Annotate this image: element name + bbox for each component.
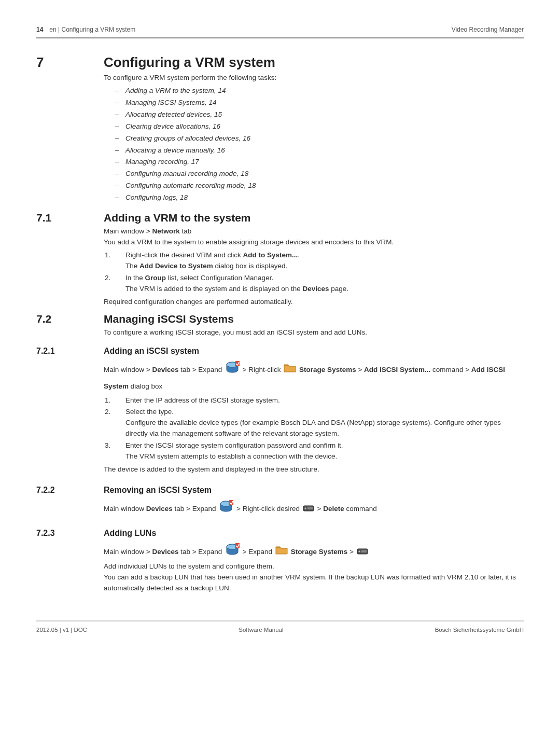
section-number: 7.2: [36, 313, 104, 338]
nav-path: Main window > Network tab: [104, 226, 524, 237]
body-text: You add a VRM to the system to enable as…: [104, 237, 524, 248]
chapter-title: Configuring a VRM system: [104, 54, 524, 71]
list-item: In the Group list, select Configuration …: [104, 273, 524, 295]
section-title: Managing iSCSI Systems: [104, 313, 524, 325]
svg-rect-8: [307, 507, 313, 509]
body-text: To configure a working iSCSI storage, yo…: [104, 327, 524, 338]
task-item: Configuring logs, 18: [104, 192, 524, 203]
body-text: The device is added to the system and di…: [104, 464, 524, 475]
subsection-number: 7.2.2: [36, 486, 104, 518]
chapter-intro: To configure a VRM system perform the fo…: [104, 73, 524, 84]
footer-center: Software Manual: [239, 627, 283, 633]
disk-stack-icon: [225, 543, 240, 561]
task-item: Configuring manual recording mode, 18: [104, 169, 524, 179]
list-item: Select the type. Configure the available…: [104, 407, 524, 439]
task-item: Adding a VRM to the system, 14: [104, 86, 524, 96]
footer-right: Bosch Sicherheitssysteme GmbH: [435, 627, 524, 633]
subsection-title: Adding LUNs: [104, 529, 524, 538]
task-item: Configuring automatic recording mode, 18: [104, 181, 524, 191]
subsection-number: 7.2.1: [36, 347, 104, 475]
task-item: Managing iSCSI Systems, 14: [104, 98, 524, 108]
svg-rect-14: [361, 550, 367, 552]
folder-icon: [284, 363, 296, 378]
disk-stack-icon: [219, 500, 233, 518]
body-text: You can add a backup LUN that has been u…: [104, 572, 524, 594]
task-item: Allocating detected devices, 15: [104, 109, 524, 120]
body-text: Required configuration changes are perfo…: [104, 297, 524, 308]
section-title: Adding a VRM to the system: [104, 212, 524, 224]
task-item: Clearing device allocations, 16: [104, 121, 524, 132]
device-icon: [303, 502, 314, 516]
task-item: Creating groups of allocated devices, 16: [104, 133, 524, 144]
subsection-title: Adding an iSCSI system: [104, 347, 524, 356]
page-footer: 2012.05 | v1 | DOC Software Manual Bosch…: [36, 620, 524, 633]
svg-point-7: [304, 507, 306, 509]
page-header: 14 en | Configuring a VRM system Video R…: [36, 26, 524, 38]
nav-path: Main window > Devices tab > Expand > Exp…: [104, 543, 524, 561]
disk-stack-icon: [225, 361, 240, 379]
task-list: Adding a VRM to the system, 14 Managing …: [104, 86, 524, 203]
task-item: Allocating a device manually, 16: [104, 145, 524, 156]
list-item: Right-click the desired VRM and click Ad…: [104, 250, 524, 272]
page-number: 14: [36, 26, 43, 33]
device-icon: [357, 545, 368, 559]
list-item: Enter the IP address of the iSCSI storag…: [104, 395, 524, 406]
svg-point-13: [358, 550, 360, 552]
nav-path: Main window > Devices tab > Expand > Rig…: [104, 361, 524, 393]
folder-icon: [275, 545, 288, 560]
header-left-text: en | Configuring a VRM system: [49, 26, 135, 33]
nav-path: Main window Devices tab > Expand > Right…: [104, 500, 524, 518]
list-item: Enter the iSCSI storage system configura…: [104, 440, 524, 462]
footer-left: 2012.05 | v1 | DOC: [36, 627, 87, 633]
header-divider: [36, 38, 524, 39]
header-right-text: Video Recording Manager: [452, 26, 524, 33]
subsection-number: 7.2.3: [36, 529, 104, 594]
subsection-title: Removing an iSCSI System: [104, 486, 524, 495]
body-text: Add individual LUNs to the system and co…: [104, 561, 524, 572]
section-number: 7.1: [36, 212, 104, 307]
task-item: Managing recording, 17: [104, 157, 524, 168]
chapter-number: 7: [36, 54, 104, 206]
